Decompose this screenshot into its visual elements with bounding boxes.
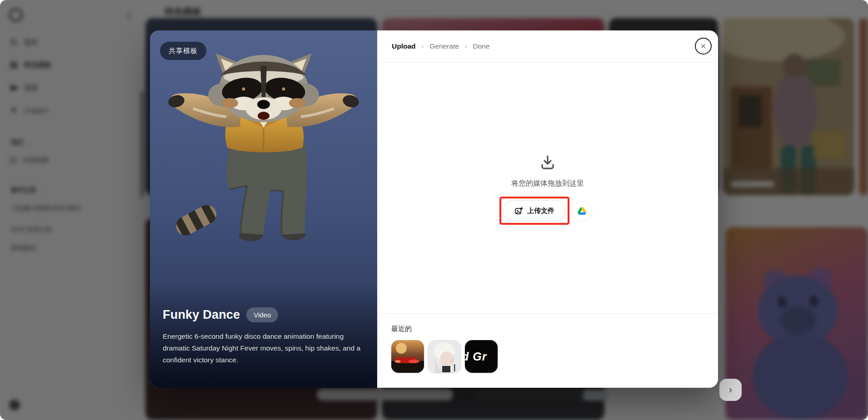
template-caption: Funky Dance Video Energetic 6-second fun… <box>163 307 365 366</box>
close-modal-button[interactable]: ✕ <box>695 38 712 54</box>
image-plus-icon <box>514 207 523 215</box>
app-window: 特色模板 <box>0 0 868 420</box>
recent-section: 最近的 <box>377 313 718 388</box>
google-drive-icon <box>577 207 587 215</box>
recent-thumbnail-portrait[interactable] <box>428 340 461 373</box>
upload-file-button[interactable]: 上传文件 <box>503 200 566 221</box>
steps-breadcrumb: Upload › Generate › Done <box>377 30 718 63</box>
drop-hint-text: 将您的媒体拖放到这里 <box>511 179 584 188</box>
thumbnail-logo-text: d Gr <box>465 350 487 363</box>
breadcrumb-separator: › <box>465 43 467 50</box>
step-upload[interactable]: Upload <box>392 42 416 50</box>
step-done[interactable]: Done <box>473 42 490 50</box>
download-tray-icon <box>539 153 557 172</box>
template-title: Funky Dance <box>163 308 240 322</box>
recent-thumbnail-grok[interactable]: d Gr <box>465 340 498 373</box>
recent-label: 最近的 <box>391 325 718 333</box>
template-description: Energetic 6-second funky disco dance ani… <box>163 331 365 366</box>
shared-template-badge: 共享模板 <box>160 42 206 60</box>
carousel-next-button: › <box>719 379 742 401</box>
app-screen: 特色模板 <box>0 0 868 420</box>
close-icon: ✕ <box>700 42 706 50</box>
media-drop-zone[interactable]: 将您的媒体拖放到这里 上传文件 <box>377 153 718 221</box>
step-generate[interactable]: Generate <box>429 42 459 50</box>
breadcrumb-separator: › <box>422 43 424 50</box>
recent-thumbnail-sunset-car[interactable] <box>391 340 424 373</box>
template-type-badge: Video <box>246 307 278 322</box>
template-preview-pane: 共享模板 Funky Dance Video Energetic 6-secon… <box>150 30 377 388</box>
upload-pane: Upload › Generate › Done ✕ 将您的媒体拖放到这里 <box>377 30 718 388</box>
template-upload-modal: 共享模板 Funky Dance Video Energetic 6-secon… <box>150 30 718 388</box>
google-drive-button[interactable] <box>572 201 592 221</box>
chevron-right-icon: › <box>729 384 732 396</box>
